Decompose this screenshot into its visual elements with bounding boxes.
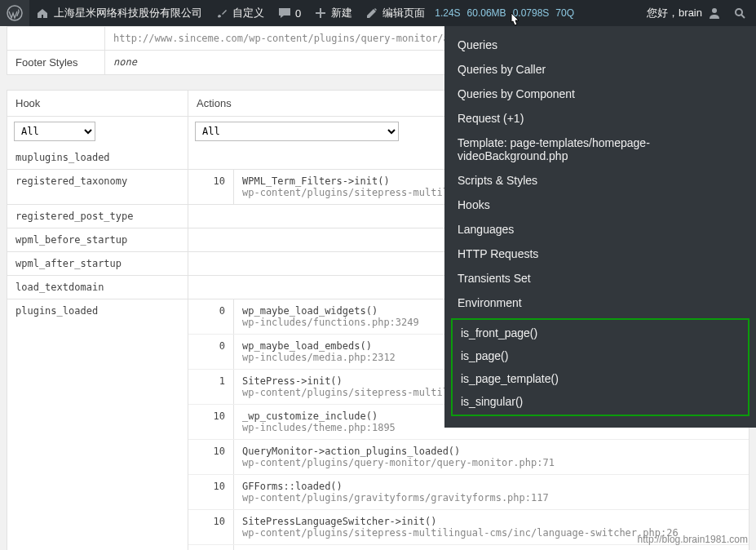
qm-menu-item[interactable]: Hooks xyxy=(444,193,756,217)
qm-memory[interactable]: 60.06MB xyxy=(464,7,510,19)
action-fn-path: wp-content/plugins/gravityforms/gravityf… xyxy=(242,492,741,503)
comment-icon xyxy=(277,6,292,20)
home-icon xyxy=(36,7,49,20)
hook-name: registered_post_type xyxy=(7,205,188,228)
search-icon xyxy=(733,7,746,20)
site-name[interactable]: 上海星米网络科技股份有限公司 xyxy=(29,0,209,26)
hook-filter-select[interactable]: All xyxy=(14,122,95,141)
brush-icon xyxy=(215,7,228,20)
wordpress-icon xyxy=(7,5,23,21)
qm-conditional[interactable]: is_page() xyxy=(453,344,748,367)
customize-link[interactable]: 自定义 xyxy=(209,0,271,26)
hook-name: muplugins_loaded xyxy=(7,146,188,169)
plus-icon xyxy=(314,7,327,20)
hook-name: wpml_after_startup xyxy=(7,252,188,275)
site-name-label: 上海星米网络科技股份有限公司 xyxy=(54,6,202,20)
action-priority: 0 xyxy=(188,299,234,334)
action-priority: 1 xyxy=(188,370,234,404)
conditionals-box: is_front_page()is_page()is_page_template… xyxy=(451,318,749,416)
action-priority: 10 xyxy=(188,545,234,550)
action-row: 10wpml_plugins_integration_setup() xyxy=(188,545,749,550)
action-fn-name: SitePressLanguageSwitcher->init() xyxy=(242,516,741,527)
th-hook: Hook xyxy=(7,91,188,116)
qm-menu-item[interactable]: Queries by Component xyxy=(444,82,756,106)
cursor-pointer-icon xyxy=(506,11,524,33)
edit-page-label: 编辑页面 xyxy=(382,6,425,20)
my-account[interactable]: 您好，brain xyxy=(640,0,728,26)
footer-styles-label: Footer Styles xyxy=(7,51,105,75)
qm-menu-item[interactable]: Languages xyxy=(444,217,756,242)
action-priority: 10 xyxy=(188,170,234,204)
new-label: 新建 xyxy=(331,6,352,20)
action-priority: 10 xyxy=(188,440,234,474)
qm-menu-item[interactable]: HTTP Requests xyxy=(444,242,756,266)
qm-menu-item[interactable]: Request (+1) xyxy=(444,106,756,131)
qm-time[interactable]: 1.24S xyxy=(431,7,463,19)
hook-name: wpml_before_startup xyxy=(7,228,188,251)
qm-menu-item[interactable]: Scripts & Styles xyxy=(444,168,756,193)
qm-conditional[interactable]: is_singular() xyxy=(453,390,748,413)
hook-name: load_textdomain xyxy=(7,276,188,299)
action-fn: QueryMonitor->action_plugins_loaded()wp-… xyxy=(234,440,749,474)
comments-link[interactable]: 0 xyxy=(271,0,307,26)
hook-name: plugins_loaded xyxy=(7,299,188,550)
pencil-icon xyxy=(365,7,378,20)
new-link[interactable]: 新建 xyxy=(307,0,359,26)
qm-conditional[interactable]: is_page_template() xyxy=(453,367,748,390)
action-priority: 10 xyxy=(188,405,234,439)
actions-filter-select[interactable]: All xyxy=(195,122,399,141)
qm-menu-item[interactable]: Template: page-templates/homepage-videoB… xyxy=(444,131,756,168)
watermark: http://blog.brain1981.com xyxy=(638,534,748,545)
svg-point-1 xyxy=(712,8,717,13)
action-fn-path: wp-content/plugins/query-monitor/query-m… xyxy=(242,457,741,468)
admin-toolbar: 上海星米网络科技股份有限公司 自定义 0 新建 编辑页面 1.24S 60.06… xyxy=(0,0,756,26)
hook-name: registered_taxonomy xyxy=(7,170,188,204)
action-fn: wpml_plugins_integration_setup() xyxy=(234,545,749,550)
user-icon xyxy=(707,6,722,20)
svg-point-2 xyxy=(736,9,742,16)
comments-count: 0 xyxy=(295,7,301,20)
action-fn-name: QueryMonitor->action_plugins_loaded() xyxy=(242,446,741,457)
search-toggle[interactable] xyxy=(728,0,751,26)
action-priority: 10 xyxy=(188,475,234,509)
qm-menu-item[interactable]: Queries by Caller xyxy=(444,57,756,82)
action-row: 10QueryMonitor->action_plugins_loaded()w… xyxy=(188,440,749,475)
wp-logo[interactable] xyxy=(0,0,29,26)
edit-page-link[interactable]: 编辑页面 xyxy=(359,0,431,26)
action-fn: GFForms::loaded()wp-content/plugins/grav… xyxy=(234,475,749,509)
action-row: 10GFForms::loaded()wp-content/plugins/gr… xyxy=(188,475,749,510)
action-priority: 10 xyxy=(188,510,234,544)
qm-menu-item[interactable]: Transients Set xyxy=(444,266,756,291)
action-priority: 0 xyxy=(188,335,234,369)
greeting: 您好，brain xyxy=(647,6,702,20)
action-fn-name: GFForms::loaded() xyxy=(242,481,741,492)
qm-dropdown: QueriesQueries by CallerQueries by Compo… xyxy=(444,26,756,428)
styles-label-cell xyxy=(7,27,105,51)
qm-conditional[interactable]: is_front_page() xyxy=(453,322,748,344)
customize-label: 自定义 xyxy=(232,6,264,20)
qm-queries[interactable]: 70Q xyxy=(552,7,577,19)
qm-menu-item[interactable]: Queries xyxy=(444,33,756,57)
qm-menu-item[interactable]: Environment xyxy=(444,291,756,315)
